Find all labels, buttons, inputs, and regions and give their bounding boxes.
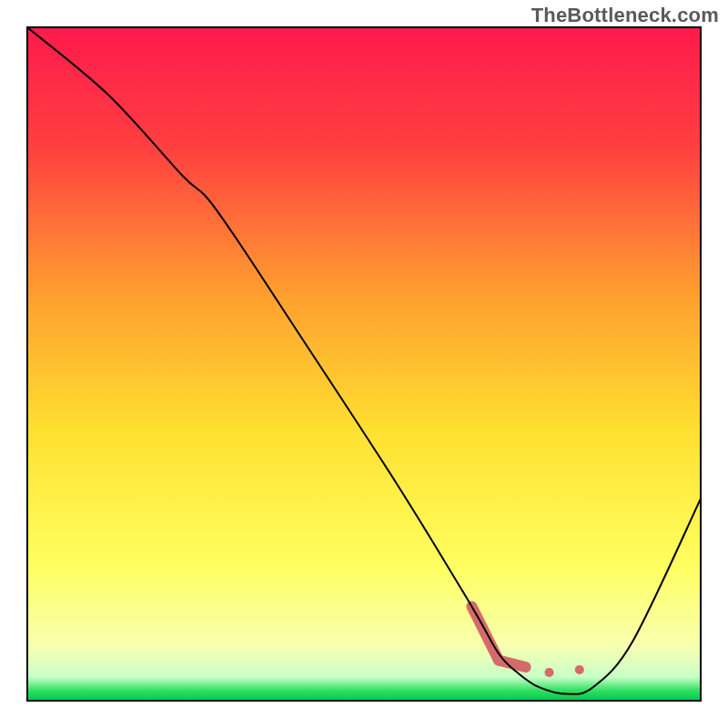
- highlight-dot: [575, 665, 584, 674]
- heat-background: [27, 27, 701, 701]
- watermark-text: TheBottleneck.com: [531, 4, 719, 27]
- highlight-segment: [499, 661, 526, 667]
- highlight-dot: [545, 668, 554, 677]
- chart-container: { "watermark": "TheBottleneck.com", "plo…: [0, 0, 728, 728]
- bottleneck-chart: [0, 0, 728, 728]
